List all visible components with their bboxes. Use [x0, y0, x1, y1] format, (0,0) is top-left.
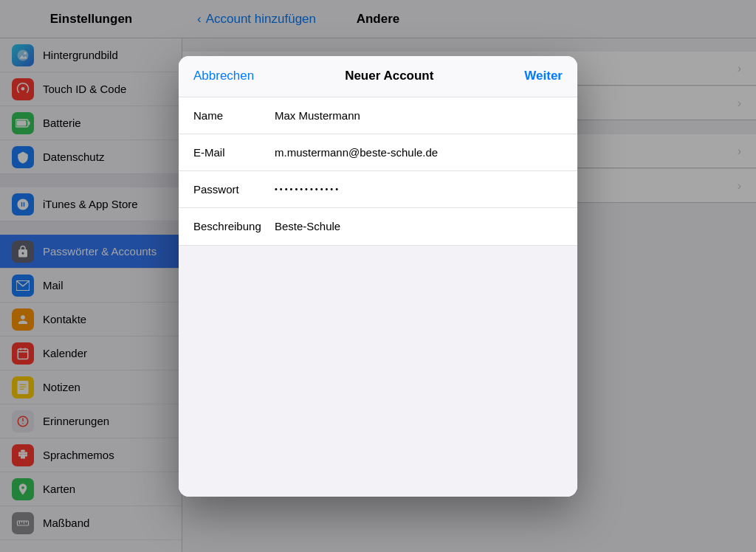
password-value[interactable]: •••••••••••••	[275, 184, 340, 193]
name-label: Name	[193, 109, 275, 122]
modal-header: Abbrechen Neuer Account Weiter	[179, 56, 577, 97]
email-label: E-Mail	[193, 146, 275, 159]
name-field-row: Name Max Mustermann	[179, 97, 577, 134]
description-label: Beschreibung	[193, 220, 275, 232]
modal-body-gray	[179, 246, 577, 497]
modal-title: Neuer Account	[345, 69, 433, 83]
modal-overlay: Abbrechen Neuer Account Weiter Name Max …	[0, 0, 756, 552]
name-value[interactable]: Max Mustermann	[275, 109, 360, 122]
description-value[interactable]: Beste-Schule	[275, 220, 340, 232]
email-field-row: E-Mail m.mustermann@beste-schule.de	[179, 134, 577, 171]
next-button[interactable]: Weiter	[524, 69, 563, 83]
account-form: Name Max Mustermann E-Mail m.mustermann@…	[179, 97, 577, 246]
description-field-row: Beschreibung Beste-Schule	[179, 208, 577, 245]
password-field-row: Passwort •••••••••••••	[179, 171, 577, 208]
password-label: Passwort	[193, 183, 275, 196]
email-value[interactable]: m.mustermann@beste-schule.de	[275, 146, 438, 159]
cancel-button[interactable]: Abbrechen	[193, 69, 254, 83]
new-account-modal: Abbrechen Neuer Account Weiter Name Max …	[179, 56, 577, 497]
